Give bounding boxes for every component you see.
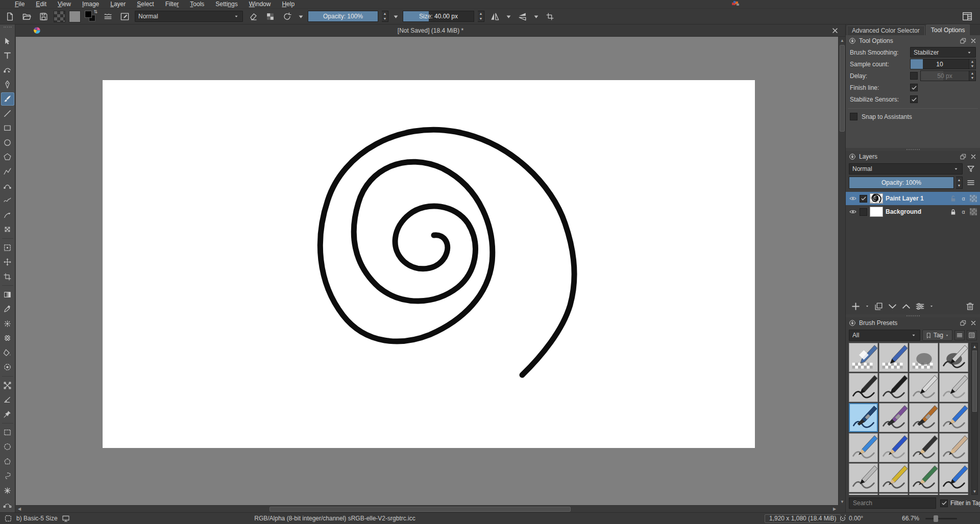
preset-scrollbar[interactable]: ▲ ▼ [971, 343, 978, 495]
brush-preset-basic-2[interactable] [879, 373, 908, 402]
brush-preset-basic-5-size[interactable] [849, 403, 878, 432]
tool-text[interactable] [1, 49, 14, 62]
preset-scroll-thumb[interactable] [972, 351, 977, 412]
tool-select-shapes[interactable] [1, 34, 14, 47]
unlock-icon[interactable] [949, 195, 957, 203]
brush-preset-pen-a[interactable] [849, 493, 878, 495]
filter-in-tag-checkbox[interactable] [940, 500, 948, 507]
delete-layer-button[interactable] [965, 302, 975, 311]
close-docker-icon[interactable] [970, 319, 977, 327]
stabilize-sensors-checkbox[interactable] [910, 95, 918, 103]
tool-transform[interactable] [1, 241, 14, 254]
tool-color-sampler[interactable] [1, 303, 14, 315]
tool-rectangle[interactable] [1, 121, 14, 134]
tool-gradient[interactable] [1, 288, 14, 301]
image-dimensions[interactable]: 1,920 x 1,080 (18.4 MiB) [765, 514, 841, 523]
brush-preset-pencil-4b[interactable] [909, 433, 938, 462]
tool-measure[interactable] [1, 393, 14, 406]
brush-preset-pencil-2b[interactable] [849, 433, 878, 462]
canvas-rotation[interactable]: 0.00° [839, 514, 863, 522]
menu-file[interactable]: File [9, 0, 30, 9]
opacity-spinner[interactable]: ▲▼ [382, 11, 388, 22]
new-document-button[interactable] [3, 10, 16, 23]
tool-bezier-curve[interactable] [1, 180, 14, 192]
tool-select-rectangular[interactable] [1, 426, 14, 439]
layer-blending-mode-select[interactable]: Normal [849, 163, 963, 174]
tool-calligraphy[interactable] [1, 78, 14, 91]
tool-freehand-path[interactable] [1, 194, 14, 207]
layer-thumbnail[interactable] [870, 207, 883, 217]
detail-view-button[interactable] [967, 330, 977, 340]
blending-mode-select[interactable]: Normal [135, 11, 243, 22]
brush-preset-pencil-hb[interactable] [879, 433, 908, 462]
toolbox-grip[interactable] [4, 27, 12, 31]
tool-move[interactable] [1, 256, 14, 268]
mirror-vertical-dropdown[interactable] [532, 10, 540, 23]
mirror-horizontal-button[interactable] [488, 10, 501, 23]
save-document-button[interactable] [37, 10, 50, 23]
scroll-left-icon[interactable]: ◀ [16, 506, 23, 513]
menu-view[interactable]: View [52, 0, 77, 9]
search-input[interactable] [849, 497, 936, 509]
float-docker-icon[interactable] [960, 153, 967, 160]
tool-multibrush[interactable] [1, 223, 14, 236]
tool-line[interactable] [1, 107, 14, 120]
tool-select-similar-color[interactable] [1, 484, 14, 496]
tool-edit-shapes[interactable] [1, 63, 14, 76]
opacity-slider[interactable]: Opacity: 100% [308, 11, 378, 22]
tool-assistants[interactable] [1, 379, 14, 391]
tool-select-polygonal[interactable] [1, 455, 14, 468]
menu-settings[interactable]: Settings [210, 0, 243, 9]
current-brush-name[interactable]: b) Basic-5 Size [16, 515, 58, 522]
scroll-right-icon[interactable]: ▶ [831, 506, 838, 513]
tool-polyline[interactable] [1, 165, 14, 178]
layer-opacity-slider[interactable]: Opacity: 100% [849, 177, 954, 189]
scroll-down-icon[interactable]: ▼ [972, 488, 977, 494]
vertical-scroll-thumb[interactable] [840, 45, 845, 132]
tab-tool-options[interactable]: Tool Options [926, 24, 970, 35]
reload-preset-button[interactable] [280, 10, 293, 23]
layer-options-button[interactable] [965, 177, 977, 189]
brush-preset-eraser-circle[interactable] [849, 343, 878, 372]
duplicate-layer-button[interactable] [874, 302, 884, 311]
vertical-scrollbar[interactable]: ▲ ▼ [838, 37, 845, 505]
lock-icon[interactable] [949, 208, 957, 216]
tab-advanced-color-selector[interactable]: Advanced Color Selector [847, 26, 925, 35]
move-layer-down-button[interactable] [888, 302, 897, 311]
preset-filter-select[interactable]: All [849, 330, 920, 341]
tag-button[interactable]: Tag [922, 330, 952, 341]
brush-preset-pencil-mech[interactable] [879, 463, 908, 492]
tool-fill[interactable] [1, 346, 14, 359]
list-view-button[interactable] [954, 330, 965, 340]
brush-preset-eraser-small[interactable] [879, 343, 908, 372]
brush-preset-basic-3[interactable] [909, 373, 938, 402]
menu-filter[interactable]: Filter [160, 0, 185, 9]
scroll-up-icon[interactable]: ▲ [972, 343, 977, 350]
close-docker-icon[interactable] [970, 153, 977, 160]
scroll-up-icon[interactable]: ▲ [839, 37, 846, 44]
brush-preset-ink-pen[interactable] [849, 463, 878, 492]
horizontal-scroll-thumb[interactable] [270, 507, 571, 512]
brush-preset-airbrush-soft[interactable] [939, 343, 968, 372]
close-docker-icon[interactable] [970, 37, 977, 44]
sample-count-spinner[interactable]: ▲▼ [969, 59, 976, 69]
tool-colorize-mask[interactable] [1, 317, 14, 330]
finish-line-checkbox[interactable] [910, 84, 918, 91]
snap-assistants-checkbox[interactable] [850, 113, 857, 120]
canvas[interactable] [103, 80, 755, 448]
tool-select-freehand[interactable] [1, 469, 14, 482]
brush-preset-basic-6-details[interactable] [879, 403, 908, 432]
layer-properties-button[interactable] [915, 302, 925, 311]
layer-properties-dropdown[interactable] [929, 304, 934, 309]
tool-select-bezier[interactable] [1, 498, 14, 511]
tool-enclose-fill[interactable] [1, 361, 14, 373]
brush-preset-fill-brush[interactable] [909, 403, 938, 432]
brush-preset-basic-1[interactable] [849, 373, 878, 402]
brush-preset-sketch-pen[interactable] [939, 463, 968, 492]
tool-smart-patch[interactable] [1, 332, 14, 344]
zoom-percentage[interactable]: 66.7% [902, 515, 919, 522]
brush-preset-eraser-soft[interactable] [909, 343, 938, 372]
selection-status-icon[interactable] [4, 514, 12, 522]
menu-image[interactable]: Image [77, 0, 105, 9]
foreground-background-colors[interactable]: ⇅ [84, 10, 97, 23]
